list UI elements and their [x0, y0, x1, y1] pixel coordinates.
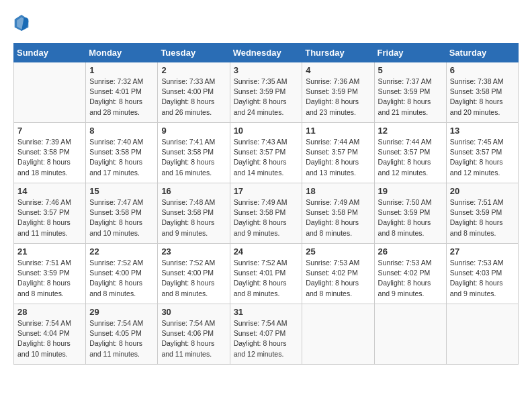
day-number: 29: [89, 307, 154, 317]
calendar-cell: 1 Sunrise: 7:32 AM Sunset: 4:01 PM Dayli…: [86, 62, 158, 123]
day-info: Sunrise: 7:36 AM Sunset: 3:59 PM Dayligh…: [306, 77, 370, 118]
weekday-header: Sunday: [14, 44, 86, 62]
day-info: Sunrise: 7:43 AM Sunset: 3:57 PM Dayligh…: [234, 137, 299, 178]
day-info: Sunrise: 7:54 AM Sunset: 4:07 PM Dayligh…: [234, 318, 299, 359]
calendar-cell: 20 Sunrise: 7:51 AM Sunset: 3:59 PM Dayl…: [446, 183, 518, 244]
weekday-header: Saturday: [446, 44, 518, 62]
day-number: 23: [161, 246, 226, 257]
day-number: 25: [306, 246, 370, 257]
day-number: 14: [17, 186, 82, 196]
calendar-cell: 30 Sunrise: 7:54 AM Sunset: 4:06 PM Dayl…: [158, 304, 230, 365]
day-info: Sunrise: 7:53 AM Sunset: 4:02 PM Dayligh…: [306, 258, 370, 299]
calendar-cell: [374, 304, 446, 365]
day-number: 7: [17, 126, 82, 136]
day-number: 13: [450, 126, 515, 136]
calendar-cell: 14 Sunrise: 7:46 AM Sunset: 3:57 PM Dayl…: [14, 183, 86, 244]
calendar-cell: 3 Sunrise: 7:35 AM Sunset: 3:59 PM Dayli…: [230, 62, 302, 123]
day-number: 26: [378, 246, 443, 257]
day-info: Sunrise: 7:39 AM Sunset: 3:58 PM Dayligh…: [17, 137, 82, 178]
day-info: Sunrise: 7:46 AM Sunset: 3:57 PM Dayligh…: [17, 197, 82, 238]
calendar-cell: 7 Sunrise: 7:39 AM Sunset: 3:58 PM Dayli…: [14, 123, 86, 183]
calendar-week-row: 28 Sunrise: 7:54 AM Sunset: 4:04 PM Dayl…: [14, 304, 519, 365]
day-number: 28: [17, 307, 82, 317]
day-info: Sunrise: 7:44 AM Sunset: 3:57 PM Dayligh…: [306, 137, 370, 178]
calendar-cell: 23 Sunrise: 7:52 AM Sunset: 4:00 PM Dayl…: [158, 244, 230, 304]
day-info: Sunrise: 7:45 AM Sunset: 3:57 PM Dayligh…: [450, 137, 515, 178]
day-number: 22: [89, 246, 154, 257]
day-info: Sunrise: 7:44 AM Sunset: 3:57 PM Dayligh…: [378, 137, 443, 178]
calendar-week-row: 21 Sunrise: 7:51 AM Sunset: 3:59 PM Dayl…: [14, 244, 519, 304]
day-info: Sunrise: 7:51 AM Sunset: 3:59 PM Dayligh…: [450, 197, 515, 238]
day-number: 21: [17, 246, 82, 257]
calendar-week-row: 7 Sunrise: 7:39 AM Sunset: 3:58 PM Dayli…: [14, 123, 519, 183]
calendar-cell: 15 Sunrise: 7:47 AM Sunset: 3:58 PM Dayl…: [86, 183, 158, 244]
weekday-header: Friday: [374, 44, 446, 62]
calendar-cell: 22 Sunrise: 7:52 AM Sunset: 4:00 PM Dayl…: [86, 244, 158, 304]
day-number: 30: [161, 307, 226, 317]
day-info: Sunrise: 7:53 AM Sunset: 4:02 PM Dayligh…: [378, 258, 443, 299]
day-info: Sunrise: 7:53 AM Sunset: 4:03 PM Dayligh…: [450, 258, 515, 299]
calendar-cell: 2 Sunrise: 7:33 AM Sunset: 4:00 PM Dayli…: [158, 62, 230, 123]
calendar-cell: 16 Sunrise: 7:48 AM Sunset: 3:58 PM Dayl…: [158, 183, 230, 244]
day-number: 24: [234, 246, 299, 257]
calendar-cell: 12 Sunrise: 7:44 AM Sunset: 3:57 PM Dayl…: [374, 123, 446, 183]
calendar-week-row: 1 Sunrise: 7:32 AM Sunset: 4:01 PM Dayli…: [14, 62, 519, 123]
weekday-header: Tuesday: [158, 44, 230, 62]
day-number: 19: [378, 186, 443, 196]
day-number: 17: [234, 186, 299, 196]
calendar-cell: 5 Sunrise: 7:37 AM Sunset: 3:59 PM Dayli…: [374, 62, 446, 123]
calendar-table: SundayMondayTuesdayWednesdayThursdayFrid…: [13, 43, 519, 365]
day-info: Sunrise: 7:37 AM Sunset: 3:59 PM Dayligh…: [378, 77, 443, 118]
calendar-cell: 25 Sunrise: 7:53 AM Sunset: 4:02 PM Dayl…: [302, 244, 374, 304]
calendar-cell: 18 Sunrise: 7:49 AM Sunset: 3:58 PM Dayl…: [302, 183, 374, 244]
calendar-cell: 27 Sunrise: 7:53 AM Sunset: 4:03 PM Dayl…: [446, 244, 518, 304]
calendar-body: 1 Sunrise: 7:32 AM Sunset: 4:01 PM Dayli…: [14, 62, 519, 365]
day-number: 11: [306, 126, 370, 136]
calendar-cell: [14, 62, 86, 123]
calendar-cell: 8 Sunrise: 7:40 AM Sunset: 3:58 PM Dayli…: [86, 123, 158, 183]
calendar-cell: 24 Sunrise: 7:52 AM Sunset: 4:01 PM Dayl…: [230, 244, 302, 304]
calendar-cell: 29 Sunrise: 7:54 AM Sunset: 4:05 PM Dayl…: [86, 304, 158, 365]
day-info: Sunrise: 7:49 AM Sunset: 3:58 PM Dayligh…: [306, 197, 370, 238]
day-info: Sunrise: 7:54 AM Sunset: 4:06 PM Dayligh…: [161, 318, 226, 359]
calendar-cell: [446, 304, 518, 365]
day-info: Sunrise: 7:41 AM Sunset: 3:58 PM Dayligh…: [161, 137, 226, 178]
day-number: 4: [306, 65, 370, 75]
day-info: Sunrise: 7:54 AM Sunset: 4:04 PM Dayligh…: [17, 318, 82, 359]
calendar-cell: 17 Sunrise: 7:49 AM Sunset: 3:58 PM Dayl…: [230, 183, 302, 244]
weekday-header: Thursday: [302, 44, 374, 62]
day-info: Sunrise: 7:54 AM Sunset: 4:05 PM Dayligh…: [89, 318, 154, 359]
day-number: 5: [378, 65, 443, 75]
day-number: 16: [161, 186, 226, 196]
day-number: 1: [89, 65, 154, 75]
day-info: Sunrise: 7:49 AM Sunset: 3:58 PM Dayligh…: [234, 197, 299, 238]
day-info: Sunrise: 7:33 AM Sunset: 4:00 PM Dayligh…: [161, 77, 226, 118]
day-number: 9: [161, 126, 226, 136]
day-info: Sunrise: 7:38 AM Sunset: 3:58 PM Dayligh…: [450, 77, 515, 118]
page-header: [13, 13, 519, 32]
day-number: 6: [450, 65, 515, 75]
day-number: 3: [234, 65, 299, 75]
calendar-cell: 6 Sunrise: 7:38 AM Sunset: 3:58 PM Dayli…: [446, 62, 518, 123]
calendar-cell: 4 Sunrise: 7:36 AM Sunset: 3:59 PM Dayli…: [302, 62, 374, 123]
day-number: 31: [234, 307, 299, 317]
day-number: 20: [450, 186, 515, 196]
calendar-cell: [302, 304, 374, 365]
day-number: 2: [161, 65, 226, 75]
day-info: Sunrise: 7:50 AM Sunset: 3:59 PM Dayligh…: [378, 197, 443, 238]
day-info: Sunrise: 7:32 AM Sunset: 4:01 PM Dayligh…: [89, 77, 154, 118]
day-number: 18: [306, 186, 370, 196]
day-number: 15: [89, 186, 154, 196]
day-info: Sunrise: 7:52 AM Sunset: 4:00 PM Dayligh…: [161, 258, 226, 299]
calendar-cell: 10 Sunrise: 7:43 AM Sunset: 3:57 PM Dayl…: [230, 123, 302, 183]
weekday-header: Wednesday: [230, 44, 302, 62]
day-info: Sunrise: 7:48 AM Sunset: 3:58 PM Dayligh…: [161, 197, 226, 238]
logo: [13, 13, 32, 32]
calendar-cell: 26 Sunrise: 7:53 AM Sunset: 4:02 PM Dayl…: [374, 244, 446, 304]
weekday-header: Monday: [86, 44, 158, 62]
calendar-cell: 31 Sunrise: 7:54 AM Sunset: 4:07 PM Dayl…: [230, 304, 302, 365]
day-number: 27: [450, 246, 515, 257]
calendar-cell: 9 Sunrise: 7:41 AM Sunset: 3:58 PM Dayli…: [158, 123, 230, 183]
day-info: Sunrise: 7:35 AM Sunset: 3:59 PM Dayligh…: [234, 77, 299, 118]
calendar-cell: 21 Sunrise: 7:51 AM Sunset: 3:59 PM Dayl…: [14, 244, 86, 304]
